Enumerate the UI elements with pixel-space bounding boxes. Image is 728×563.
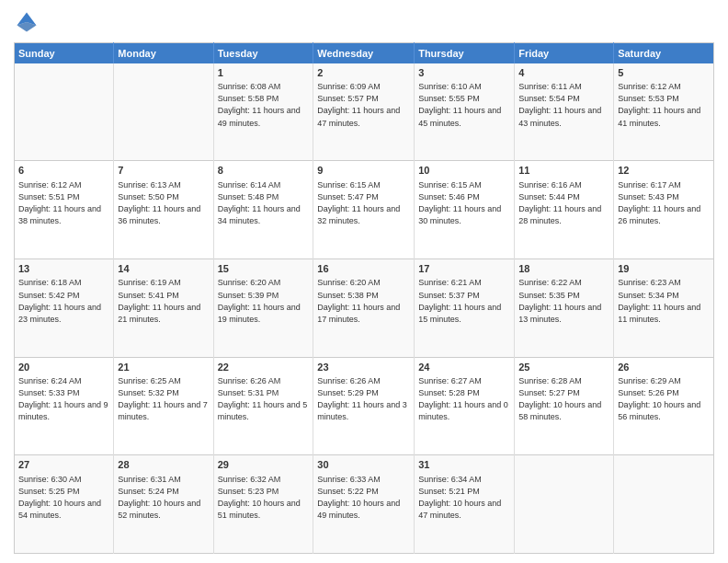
day-info: Sunrise: 6:30 AM Sunset: 5:25 PM Dayligh…	[18, 474, 109, 522]
day-info: Sunrise: 6:25 AM Sunset: 5:32 PM Dayligh…	[118, 375, 209, 423]
day-cell: 24Sunrise: 6:27 AM Sunset: 5:28 PM Dayli…	[415, 357, 515, 455]
day-info: Sunrise: 6:12 AM Sunset: 5:53 PM Dayligh…	[618, 81, 710, 129]
week-row-2: 6Sunrise: 6:12 AM Sunset: 5:51 PM Daylig…	[15, 161, 714, 259]
day-number: 5	[618, 66, 710, 80]
day-cell: 26Sunrise: 6:29 AM Sunset: 5:26 PM Dayli…	[614, 357, 714, 455]
week-row-1: 1Sunrise: 6:08 AM Sunset: 5:58 PM Daylig…	[15, 63, 714, 161]
day-info: Sunrise: 6:18 AM Sunset: 5:42 PM Dayligh…	[18, 277, 109, 325]
day-number: 13	[18, 262, 109, 276]
day-cell	[114, 63, 213, 161]
day-cell: 9Sunrise: 6:15 AM Sunset: 5:47 PM Daylig…	[313, 161, 415, 259]
day-number: 7	[118, 164, 209, 178]
day-cell: 16Sunrise: 6:20 AM Sunset: 5:38 PM Dayli…	[313, 259, 415, 358]
day-number: 12	[618, 164, 710, 178]
day-cell: 25Sunrise: 6:28 AM Sunset: 5:27 PM Dayli…	[515, 357, 614, 455]
day-number: 17	[418, 262, 510, 276]
day-number: 8	[218, 164, 310, 178]
day-number: 9	[317, 164, 410, 178]
day-cell: 14Sunrise: 6:19 AM Sunset: 5:41 PM Dayli…	[114, 259, 213, 358]
day-cell: 4Sunrise: 6:11 AM Sunset: 5:54 PM Daylig…	[515, 63, 614, 161]
day-number: 26	[618, 361, 710, 374]
day-number: 24	[418, 361, 510, 374]
day-cell: 6Sunrise: 6:12 AM Sunset: 5:51 PM Daylig…	[15, 161, 114, 259]
day-cell: 12Sunrise: 6:17 AM Sunset: 5:43 PM Dayli…	[614, 161, 714, 259]
day-number: 19	[618, 262, 710, 276]
header-cell-friday: Friday	[515, 43, 614, 64]
day-number: 23	[317, 361, 410, 374]
day-number: 10	[418, 164, 510, 178]
day-info: Sunrise: 6:29 AM Sunset: 5:26 PM Dayligh…	[618, 375, 710, 423]
day-info: Sunrise: 6:09 AM Sunset: 5:57 PM Dayligh…	[317, 81, 410, 129]
header-cell-sunday: Sunday	[15, 43, 114, 64]
day-info: Sunrise: 6:15 AM Sunset: 5:47 PM Dayligh…	[317, 179, 410, 227]
day-info: Sunrise: 6:22 AM Sunset: 5:35 PM Dayligh…	[518, 277, 609, 325]
day-info: Sunrise: 6:26 AM Sunset: 5:29 PM Dayligh…	[317, 375, 410, 423]
logo-icon	[14, 9, 40, 35]
day-info: Sunrise: 6:14 AM Sunset: 5:48 PM Dayligh…	[218, 179, 310, 227]
day-cell	[515, 455, 614, 554]
day-number: 28	[118, 458, 209, 472]
day-info: Sunrise: 6:10 AM Sunset: 5:55 PM Dayligh…	[418, 81, 510, 129]
header-row: SundayMondayTuesdayWednesdayThursdayFrid…	[15, 43, 714, 64]
day-cell: 17Sunrise: 6:21 AM Sunset: 5:37 PM Dayli…	[415, 259, 515, 358]
day-info: Sunrise: 6:31 AM Sunset: 5:24 PM Dayligh…	[118, 474, 209, 522]
calendar-table: SundayMondayTuesdayWednesdayThursdayFrid…	[14, 42, 714, 554]
day-cell: 27Sunrise: 6:30 AM Sunset: 5:25 PM Dayli…	[15, 455, 114, 554]
day-cell: 8Sunrise: 6:14 AM Sunset: 5:48 PM Daylig…	[213, 161, 313, 259]
day-number: 21	[118, 361, 209, 374]
day-cell: 31Sunrise: 6:34 AM Sunset: 5:21 PM Dayli…	[415, 455, 515, 554]
day-number: 27	[18, 458, 109, 472]
day-cell: 10Sunrise: 6:15 AM Sunset: 5:46 PM Dayli…	[415, 161, 515, 259]
day-cell: 3Sunrise: 6:10 AM Sunset: 5:55 PM Daylig…	[415, 63, 515, 161]
header-cell-wednesday: Wednesday	[313, 43, 415, 64]
day-info: Sunrise: 6:33 AM Sunset: 5:22 PM Dayligh…	[317, 474, 410, 522]
day-info: Sunrise: 6:24 AM Sunset: 5:33 PM Dayligh…	[18, 375, 109, 423]
calendar-header: SundayMondayTuesdayWednesdayThursdayFrid…	[15, 43, 714, 64]
day-info: Sunrise: 6:20 AM Sunset: 5:39 PM Dayligh…	[218, 277, 310, 325]
day-info: Sunrise: 6:08 AM Sunset: 5:58 PM Dayligh…	[218, 81, 310, 129]
day-number: 1	[218, 66, 310, 80]
day-cell: 2Sunrise: 6:09 AM Sunset: 5:57 PM Daylig…	[313, 63, 415, 161]
header-cell-tuesday: Tuesday	[213, 43, 313, 64]
day-cell: 20Sunrise: 6:24 AM Sunset: 5:33 PM Dayli…	[15, 357, 114, 455]
day-number: 20	[18, 361, 109, 374]
day-info: Sunrise: 6:28 AM Sunset: 5:27 PM Dayligh…	[518, 375, 609, 423]
week-row-5: 27Sunrise: 6:30 AM Sunset: 5:25 PM Dayli…	[15, 455, 714, 554]
day-cell: 15Sunrise: 6:20 AM Sunset: 5:39 PM Dayli…	[213, 259, 313, 358]
day-number: 4	[518, 66, 609, 80]
day-number: 16	[317, 262, 410, 276]
day-info: Sunrise: 6:26 AM Sunset: 5:31 PM Dayligh…	[218, 375, 310, 423]
header-cell-thursday: Thursday	[415, 43, 515, 64]
day-number: 25	[518, 361, 609, 374]
header-cell-monday: Monday	[114, 43, 213, 64]
day-info: Sunrise: 6:11 AM Sunset: 5:54 PM Dayligh…	[518, 81, 609, 129]
calendar-body: 1Sunrise: 6:08 AM Sunset: 5:58 PM Daylig…	[15, 63, 714, 554]
day-cell: 5Sunrise: 6:12 AM Sunset: 5:53 PM Daylig…	[614, 63, 714, 161]
day-number: 31	[418, 458, 510, 472]
day-info: Sunrise: 6:19 AM Sunset: 5:41 PM Dayligh…	[118, 277, 209, 325]
day-cell: 28Sunrise: 6:31 AM Sunset: 5:24 PM Dayli…	[114, 455, 213, 554]
day-cell: 21Sunrise: 6:25 AM Sunset: 5:32 PM Dayli…	[114, 357, 213, 455]
day-number: 22	[218, 361, 310, 374]
day-cell	[614, 455, 714, 554]
week-row-4: 20Sunrise: 6:24 AM Sunset: 5:33 PM Dayli…	[15, 357, 714, 455]
day-info: Sunrise: 6:12 AM Sunset: 5:51 PM Dayligh…	[18, 179, 109, 227]
day-cell: 7Sunrise: 6:13 AM Sunset: 5:50 PM Daylig…	[114, 161, 213, 259]
logo	[14, 9, 43, 35]
day-info: Sunrise: 6:16 AM Sunset: 5:44 PM Dayligh…	[518, 179, 609, 227]
day-number: 18	[518, 262, 609, 276]
page: SundayMondayTuesdayWednesdayThursdayFrid…	[0, 0, 728, 563]
day-cell: 13Sunrise: 6:18 AM Sunset: 5:42 PM Dayli…	[15, 259, 114, 358]
day-number: 30	[317, 458, 410, 472]
day-number: 15	[218, 262, 310, 276]
day-info: Sunrise: 6:34 AM Sunset: 5:21 PM Dayligh…	[418, 474, 510, 522]
day-number: 2	[317, 66, 410, 80]
day-cell: 22Sunrise: 6:26 AM Sunset: 5:31 PM Dayli…	[213, 357, 313, 455]
day-cell: 23Sunrise: 6:26 AM Sunset: 5:29 PM Dayli…	[313, 357, 415, 455]
day-cell: 19Sunrise: 6:23 AM Sunset: 5:34 PM Dayli…	[614, 259, 714, 358]
header	[14, 9, 714, 35]
day-number: 29	[218, 458, 310, 472]
day-info: Sunrise: 6:13 AM Sunset: 5:50 PM Dayligh…	[118, 179, 209, 227]
week-row-3: 13Sunrise: 6:18 AM Sunset: 5:42 PM Dayli…	[15, 259, 714, 358]
day-number: 6	[18, 164, 109, 178]
